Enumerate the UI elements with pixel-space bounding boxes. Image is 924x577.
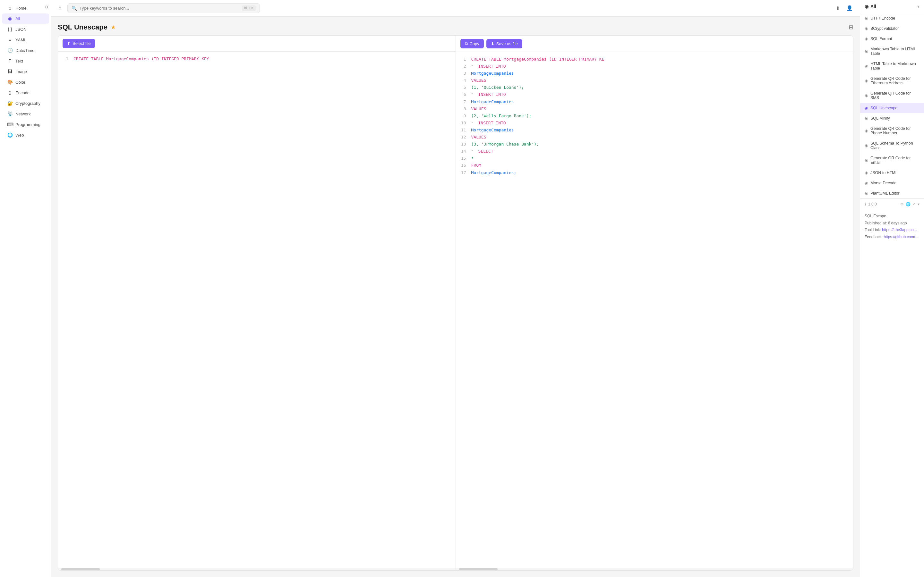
fold-indicator[interactable]: ▾ xyxy=(471,91,473,98)
output-line-13: 13 (3, 'JPMorgan Chase Bank'); xyxy=(460,141,850,148)
home-button[interactable]: ⌂ xyxy=(57,3,63,13)
input-editor[interactable]: 1 CREATE TABLE MortgageCompanies (ID INT… xyxy=(58,52,456,568)
output-line-12: 12 VALUES xyxy=(460,134,850,141)
globe-icon[interactable]: 🌐 xyxy=(906,202,911,206)
version-bar: ℹ 1.0.0 ⚙ 🌐 ✓ ▾ xyxy=(860,198,924,210)
feedback-link[interactable]: https://github.com/... xyxy=(884,235,918,239)
menu-icon: ◉ xyxy=(865,16,868,21)
editor-area: ⬆ Select file 1 CREATE TABLE MortgageCom… xyxy=(58,35,853,571)
sidebar-item-text[interactable]: TText xyxy=(2,56,49,66)
output-line-1: 1CREATE TABLE MortgageCompanies (ID INTE… xyxy=(460,56,850,63)
sidebar: ⟨⟨ ⌂Home◉All{ }JSON≡YAML🕐Date/TimeTText🖼… xyxy=(0,0,51,577)
menu-icon: ◉ xyxy=(865,143,868,148)
menu-icon: ◉ xyxy=(865,26,868,31)
menu-icon: ◉ xyxy=(865,171,868,175)
menu-icon: ◉ xyxy=(865,191,868,195)
output-toolbar: ⧉ Copy ⬇ Save as file xyxy=(456,35,853,52)
layout-toggle-button[interactable]: ⊟ xyxy=(849,24,853,31)
user-button[interactable]: 👤 xyxy=(845,3,855,13)
search-input[interactable] xyxy=(79,6,239,11)
copy-button[interactable]: ⧉ Copy xyxy=(460,39,484,48)
sidebar-item-all[interactable]: ◉All xyxy=(2,13,49,24)
favorite-icon[interactable]: ★ xyxy=(111,24,116,31)
sidebar-item-cryptography[interactable]: 🔐Cryptography xyxy=(2,98,49,108)
sidebar-item-programming[interactable]: ⌨Programming xyxy=(2,119,49,129)
sidebar-item-encode[interactable]: ⟨⟩Encode xyxy=(2,87,49,98)
right-menu-item-utf7-encode[interactable]: ◉UTF7 Encode xyxy=(860,13,924,23)
datetime-icon: 🕐 xyxy=(7,48,13,53)
right-menu-item-html-to-markdown[interactable]: ◉HTML Table to Markdown Table xyxy=(860,59,924,73)
encode-icon: ⟨⟩ xyxy=(7,90,13,95)
tool-link[interactable]: https://t.he3app.co... xyxy=(882,227,917,232)
fold-indicator[interactable]: ▾ xyxy=(471,63,473,70)
version-actions: ⚙ 🌐 ✓ ▾ xyxy=(900,202,919,206)
sidebar-item-web[interactable]: 🌐Web xyxy=(2,130,49,140)
right-menu-item-markdown-to-html[interactable]: ◉Markdown Table to HTML Table xyxy=(860,44,924,59)
color-icon: 🎨 xyxy=(7,79,13,85)
output-line-9: 9 (2, 'Wells Fargo Bank'); xyxy=(460,113,850,119)
feedback-row: Feedback: https://github.com/... xyxy=(865,234,919,241)
output-line-15: 15 * xyxy=(460,155,850,162)
menu-icon: ◉ xyxy=(865,49,868,53)
check-icon[interactable]: ✓ xyxy=(913,202,916,206)
right-sidebar-header: ◉ All ▾ xyxy=(860,0,924,13)
input-scrollbar[interactable] xyxy=(58,568,456,570)
expand-icon[interactable]: ▾ xyxy=(917,4,919,9)
output-line-10: 10▾ INSERT INTO xyxy=(460,119,850,127)
copy-icon: ⧉ xyxy=(465,41,468,46)
sidebar-item-home[interactable]: ⌂Home xyxy=(2,3,49,13)
home-icon: ⌂ xyxy=(7,5,13,11)
input-scrollbar-thumb xyxy=(61,568,100,570)
right-menu-item-qr-phone[interactable]: ◉Generate QR Code for Phone Number xyxy=(860,123,924,138)
output-line-14: 14▾ SELECT xyxy=(460,148,850,155)
right-menu-item-plantuml-editor[interactable]: ◉PlantUML Editor xyxy=(860,188,924,198)
right-sidebar-list: ◉UTF7 Encode◉BCrypt validator◉SQL Format… xyxy=(860,13,924,198)
select-file-button[interactable]: ⬆ Select file xyxy=(63,39,95,48)
output-line-5: 5 (1, 'Quicken Loans'); xyxy=(460,84,850,91)
sidebar-item-network[interactable]: 📡Network xyxy=(2,109,49,119)
info-icon: ℹ xyxy=(865,202,866,206)
page-header: SQL Unescape ★ ⊟ xyxy=(58,23,853,31)
right-menu-item-sql-schema-python[interactable]: ◉SQL Schema To Python Class xyxy=(860,138,924,153)
page-title: SQL Unescape xyxy=(58,23,107,31)
chevron-down-icon[interactable]: ▾ xyxy=(918,202,919,206)
output-scrollbar[interactable] xyxy=(456,568,853,570)
sidebar-item-json[interactable]: { }JSON xyxy=(2,24,49,34)
sidebar-item-image[interactable]: 🖼Image xyxy=(2,66,49,77)
sidebar-item-color[interactable]: 🎨Color xyxy=(2,77,49,87)
output-line-6: 6▾ INSERT INTO xyxy=(460,91,850,98)
input-toolbar: ⬆ Select file xyxy=(58,35,456,52)
right-sidebar-title: ◉ All xyxy=(865,4,876,9)
text-icon: T xyxy=(7,58,13,63)
right-menu-item-qr-email[interactable]: ◉Generate QR Code for Email xyxy=(860,153,924,168)
sidebar-toggle[interactable]: ⟨⟨ xyxy=(45,4,49,10)
right-menu-item-qr-sms[interactable]: ◉Generate QR Code for SMS xyxy=(860,88,924,103)
search-icon: 🔍 xyxy=(71,6,77,11)
output-line-4: 4 VALUES xyxy=(460,77,850,84)
right-menu-item-morse-decode[interactable]: ◉Morse Decode xyxy=(860,178,924,188)
menu-icon: ◉ xyxy=(865,106,868,110)
network-icon: 📡 xyxy=(7,111,13,116)
output-line-7: 7 MortgageCompanies xyxy=(460,98,850,105)
right-menu-item-bcrypt-validator[interactable]: ◉BCrypt validator xyxy=(860,23,924,34)
sidebar-item-yaml[interactable]: ≡YAML xyxy=(2,35,49,45)
fold-indicator[interactable]: ▾ xyxy=(471,119,473,127)
right-menu-item-sql-format[interactable]: ◉SQL Format xyxy=(860,34,924,44)
output-line-8: 8 VALUES xyxy=(460,105,850,113)
right-menu-item-sql-unescape[interactable]: ◉SQL Unescape xyxy=(860,103,924,113)
sidebar-item-datetime[interactable]: 🕐Date/Time xyxy=(2,45,49,55)
right-menu-item-qr-ethereum[interactable]: ◉Generate QR Code for Ethereum Address xyxy=(860,73,924,88)
share-button[interactable]: ⬆ xyxy=(834,3,842,13)
menu-icon: ◉ xyxy=(865,37,868,41)
fold-indicator[interactable]: ▾ xyxy=(471,148,473,155)
search-bar: 🔍 ⌘ + K xyxy=(67,3,260,13)
page: SQL Unescape ★ ⊟ ⬆ Select file 1 CREATE … xyxy=(51,17,860,577)
save-file-button[interactable]: ⬇ Save as file xyxy=(486,39,522,48)
related-tool-label: SQL Escape xyxy=(865,213,919,220)
output-editor[interactable]: 1CREATE TABLE MortgageCompanies (ID INTE… xyxy=(456,52,853,568)
settings-icon[interactable]: ⚙ xyxy=(900,202,904,206)
right-menu-item-sql-minify[interactable]: ◉SQL Minify xyxy=(860,113,924,123)
right-menu-item-json-to-html[interactable]: ◉JSON to HTML xyxy=(860,168,924,178)
version-info: SQL Escape Published at: 6 days ago Tool… xyxy=(860,210,924,243)
web-icon: 🌐 xyxy=(7,132,13,137)
